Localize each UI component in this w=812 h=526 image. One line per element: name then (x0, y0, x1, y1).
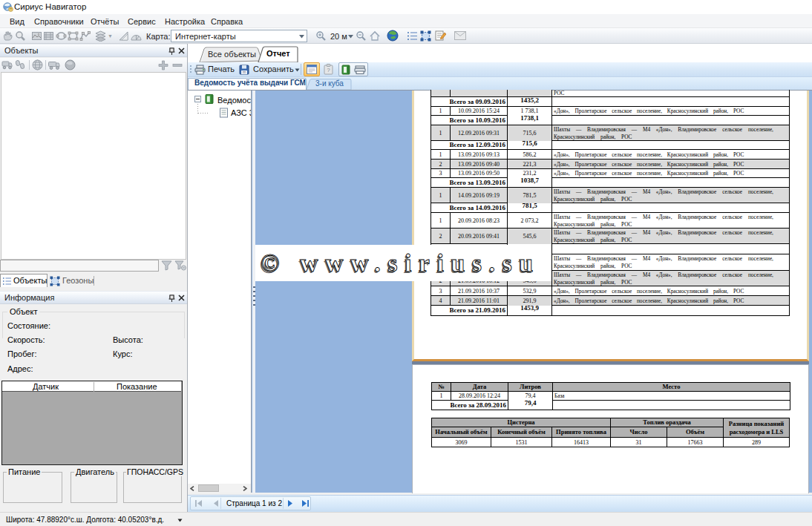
svg-text:?: ? (327, 67, 330, 73)
